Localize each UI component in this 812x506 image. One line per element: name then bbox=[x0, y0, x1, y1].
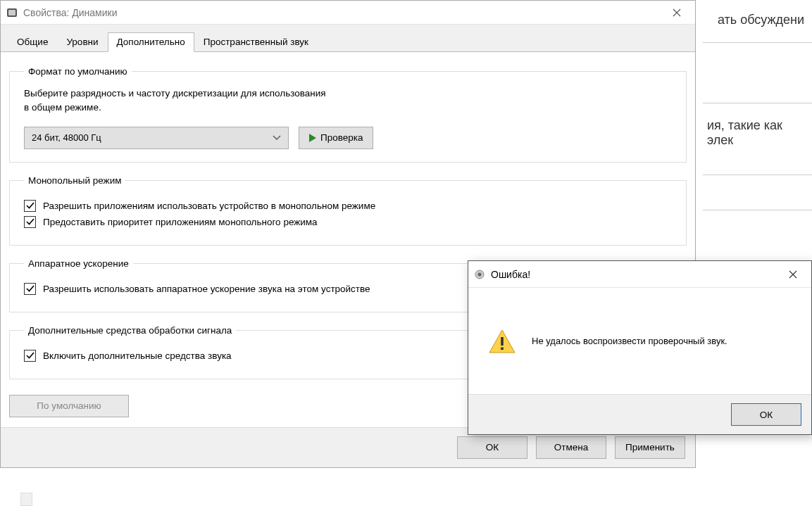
tab-levels[interactable]: Уровни bbox=[57, 32, 107, 52]
error-ok-button[interactable]: ОК bbox=[731, 403, 801, 426]
play-icon bbox=[309, 134, 316, 142]
vertical-scrollbar[interactable] bbox=[20, 493, 32, 506]
error-footer: ОК bbox=[468, 394, 811, 434]
description-line-1: Выберите разрядность и частоту дискретиз… bbox=[24, 88, 326, 99]
warning-icon bbox=[488, 327, 516, 355]
svg-point-3 bbox=[478, 272, 482, 276]
test-button-label: Проверка bbox=[320, 132, 363, 143]
error-title: Ошибка! bbox=[491, 269, 771, 280]
window-close-button[interactable] bbox=[661, 2, 692, 23]
bg-discussion-text: ать обсуждени bbox=[718, 13, 804, 27]
restore-defaults-button[interactable]: По умолчанию bbox=[9, 395, 129, 417]
checkbox-exclusive-priority[interactable] bbox=[24, 216, 36, 228]
checkbox-enable-enhancements-label: Включить дополнительные средства звука bbox=[43, 350, 232, 361]
checkbox-hw-accel-label: Разрешить использовать аппаратное ускоре… bbox=[43, 284, 370, 294]
test-sound-button[interactable]: Проверка bbox=[299, 127, 373, 149]
titlebar: Свойства: Динамики bbox=[1, 1, 695, 25]
tab-advanced[interactable]: Дополнительно bbox=[108, 32, 194, 52]
window-title: Свойства: Динамики bbox=[23, 7, 655, 18]
error-close-button[interactable] bbox=[777, 264, 808, 285]
tab-strip: Общие Уровни Дополнительно Пространствен… bbox=[1, 25, 695, 51]
speaker-icon bbox=[474, 269, 485, 280]
legend-default-format: Формат по умолчанию bbox=[24, 66, 132, 77]
svg-rect-1 bbox=[8, 10, 15, 15]
error-message: Не удалось воспроизвести проверочный зву… bbox=[532, 336, 727, 346]
tab-general[interactable]: Общие bbox=[8, 32, 57, 52]
group-default-format: Формат по умолчанию Выберите разрядность… bbox=[9, 66, 687, 163]
legend-enhancements: Дополнительные средства обработки сигнал… bbox=[24, 325, 236, 336]
tab-spatial[interactable]: Пространственный звук bbox=[194, 32, 318, 52]
bg-divider-2 bbox=[703, 103, 812, 103]
svg-rect-4 bbox=[501, 337, 504, 346]
svg-rect-5 bbox=[501, 347, 504, 350]
chevron-down-icon bbox=[273, 132, 281, 143]
sample-format-combobox[interactable]: 24 бит, 48000 Гц bbox=[24, 127, 289, 149]
group-exclusive-mode: Монопольный режим Разрешить приложениям … bbox=[9, 175, 687, 246]
error-body: Не удалось воспроизвести проверочный зву… bbox=[468, 288, 811, 394]
bg-divider-1 bbox=[703, 42, 812, 43]
legend-hw-accel: Аппаратное ускорение bbox=[24, 258, 133, 269]
legend-exclusive-mode: Монопольный режим bbox=[24, 175, 125, 186]
restore-defaults-label: По умолчанию bbox=[37, 400, 101, 411]
bg-divider-3 bbox=[703, 175, 812, 175]
error-titlebar: Ошибка! bbox=[468, 261, 811, 288]
ok-button[interactable]: ОК bbox=[457, 436, 527, 459]
default-format-description: Выберите разрядность и частоту дискретиз… bbox=[24, 87, 672, 115]
checkbox-allow-exclusive[interactable] bbox=[24, 200, 36, 212]
checkbox-exclusive-priority-label: Предоставить приоритет приложениям моноп… bbox=[43, 217, 318, 227]
bg-snippet-text: ия, такие как элек bbox=[707, 118, 812, 148]
error-dialog: Ошибка! Не удалось воспроизвести проверо… bbox=[468, 260, 812, 435]
bg-divider-4 bbox=[703, 210, 812, 210]
combobox-value: 24 бит, 48000 Гц bbox=[32, 132, 101, 143]
apply-button[interactable]: Применить bbox=[615, 436, 685, 459]
cancel-button[interactable]: Отмена bbox=[536, 436, 606, 459]
checkbox-allow-exclusive-label: Разрешить приложениям использовать устро… bbox=[43, 201, 375, 211]
description-line-2: в общем режиме. bbox=[24, 102, 101, 113]
checkbox-hw-accel[interactable] bbox=[24, 283, 36, 295]
checkbox-enable-enhancements[interactable] bbox=[24, 350, 36, 362]
speaker-icon bbox=[6, 7, 18, 18]
